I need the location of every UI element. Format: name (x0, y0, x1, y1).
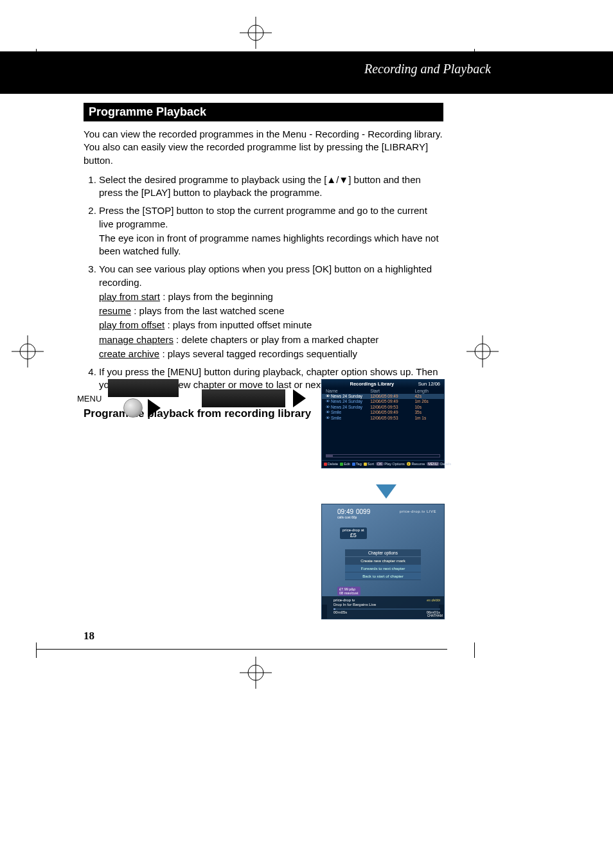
foot-tag: Tag (356, 462, 362, 466)
programme-name: Drop In for Bargains Live (333, 603, 440, 608)
opt-val: : plays several tagged recordings sequen… (159, 348, 357, 359)
crop-tick-br (474, 642, 475, 658)
blue-key-icon (352, 463, 355, 466)
panel-title: Recordings Library (326, 381, 418, 387)
step-2: Press the [STOP] button to stop the curr… (99, 204, 443, 258)
screenshot-stub-2 (202, 389, 285, 407)
recordings-library-panel: Recordings Library Sun 12/06 Name Start … (321, 379, 445, 468)
step-text: Press the [STOP] button to stop the curr… (99, 205, 427, 229)
col-start: Start (370, 389, 414, 393)
svg-point-6 (475, 344, 490, 359)
step-text: You can see various play options when yo… (99, 263, 432, 287)
foot-edit: Edit (344, 462, 350, 466)
clock-time: 09:49 (337, 508, 353, 515)
flow-diagram: MENU (77, 379, 308, 418)
step-text: Select the desired programme to playback… (99, 174, 421, 198)
price-tag-value: £5 (342, 533, 364, 539)
step-note: The eye icon in front of programme names… (99, 232, 443, 258)
position-time: 00m05s (333, 610, 347, 616)
cell-start: 12/06/05 09:49 (370, 399, 414, 404)
opt-key: play from offset (99, 319, 164, 330)
cell-length: 42s (414, 394, 440, 399)
shipping-badge: £7.99 p&p 08 max/cust (337, 587, 360, 596)
cell-name: News 24 Sunday (331, 399, 370, 404)
table-row[interactable]: 👁 News 24 Sunday 12/06/05 09:49 1m 26s (322, 399, 444, 404)
cell-length: 1m 1s (414, 416, 440, 421)
foot-details: Details (440, 462, 451, 466)
chapter-menu: Chapter options Create new chapter mark … (345, 549, 421, 580)
shipping-limit: 08 max/cust (339, 591, 359, 595)
panel-footer: Delete Edit Tag Sort OK Play Options i R… (322, 460, 444, 468)
yellow-key-icon (364, 463, 367, 466)
side-text-right: es debbi (427, 598, 440, 603)
opt-key: resume (99, 305, 131, 316)
menu-button-icon (123, 398, 143, 418)
section-title-bar: Programme Playback (84, 103, 443, 121)
cell-start: 12/06/05 09:53 (370, 416, 414, 421)
registration-mark-top (240, 17, 272, 49)
playback-info-bar: price-drop tv es debbi Drop In for Barga… (322, 596, 444, 619)
col-length: Length (414, 389, 440, 393)
red-key-icon (324, 463, 327, 466)
arrow-right-icon (293, 389, 306, 407)
price-tag: price-drop at £5 (340, 527, 367, 539)
crop-line-bottom (36, 649, 447, 650)
table-row[interactable]: 👁 News 24 Sunday 12/06/05 09:53 10s (322, 405, 444, 410)
foot-sort: Sort (368, 462, 374, 466)
eye-icon: 👁 (326, 405, 331, 410)
chapter-menu-item[interactable]: Create new chapter mark (345, 557, 421, 565)
opt-val: : delete chapters or play from a marked … (173, 334, 378, 345)
cell-length: 10s (414, 405, 440, 410)
table-row[interactable]: 👁 News 24 Sunday 12/06/05 09:49 42s (322, 394, 444, 399)
cell-start: 12/06/05 09:53 (370, 405, 414, 410)
opt-val: : plays from the last watched scene (131, 305, 284, 316)
svg-point-0 (248, 25, 263, 40)
cell-name: News 24 Sunday (331, 394, 370, 399)
progress-bar (333, 608, 440, 610)
foot-resume: Resume (411, 462, 425, 466)
arrow-down-icon (376, 484, 396, 499)
chapter-menu-header: Chapter options (345, 549, 421, 557)
page-number: 18 (84, 630, 94, 642)
intro-text: You can view the recorded programmes in … (84, 128, 443, 167)
svg-point-3 (20, 344, 35, 359)
chapter-options-panel: 09:49 0099 calls cost 60p price-drop.tv … (321, 504, 445, 619)
cell-length: 1m 26s (414, 399, 440, 404)
side-text-right-2: CHATHAM (427, 614, 443, 618)
opt-key: create archive (99, 348, 159, 359)
chapter-menu-item[interactable]: Back to start of chapter (345, 572, 421, 580)
menu-key-icon: MENU (427, 462, 439, 466)
steps-list: Select the desired programme to playback… (84, 173, 443, 392)
call-cost: calls cost 60p (337, 515, 370, 519)
registration-mark-bottom (240, 657, 272, 689)
chapter-menu-item[interactable]: Forwards to next chapter (345, 565, 421, 572)
cell-name: Smile (331, 410, 370, 415)
opt-val: : plays from the beginning (160, 291, 273, 302)
cell-name: News 24 Sunday (331, 405, 370, 410)
table-row[interactable]: 👁 Smile 12/06/05 09:49 35s (322, 410, 444, 415)
svg-point-9 (248, 665, 263, 680)
eye-icon: 👁 (326, 394, 331, 399)
eye-icon: 👁 (326, 416, 331, 421)
menu-label: MENU (77, 394, 102, 403)
table-row[interactable]: 👁 Smile 12/06/05 09:53 1m 1s (322, 416, 444, 421)
channel-name: price-drop tv (333, 598, 355, 603)
cell-start: 12/06/05 09:49 (370, 394, 414, 399)
header-band (0, 51, 613, 94)
channel-brand: price-drop.tv LIVE (400, 509, 436, 513)
foot-delete: Delete (328, 462, 338, 466)
opt-val: : plays from inputted offset minute (164, 319, 312, 330)
scroll-indicator (326, 454, 440, 457)
eye-icon: 👁 (326, 410, 331, 415)
step-1: Select the desired programme to playback… (99, 173, 443, 200)
opt-key: manage chapters (99, 334, 173, 345)
chapter-top-info: 09:49 0099 calls cost 60p (337, 508, 370, 519)
info-key-icon: i (407, 462, 411, 466)
cell-length: 35s (414, 410, 440, 415)
opt-key: play from start (99, 291, 160, 302)
ok-key-icon: OK (376, 462, 384, 466)
registration-mark-left (12, 335, 44, 368)
step-3: You can see various play options when yo… (99, 263, 443, 360)
table-header: Name Start Length (322, 388, 444, 394)
arrow-right-icon (148, 399, 161, 417)
